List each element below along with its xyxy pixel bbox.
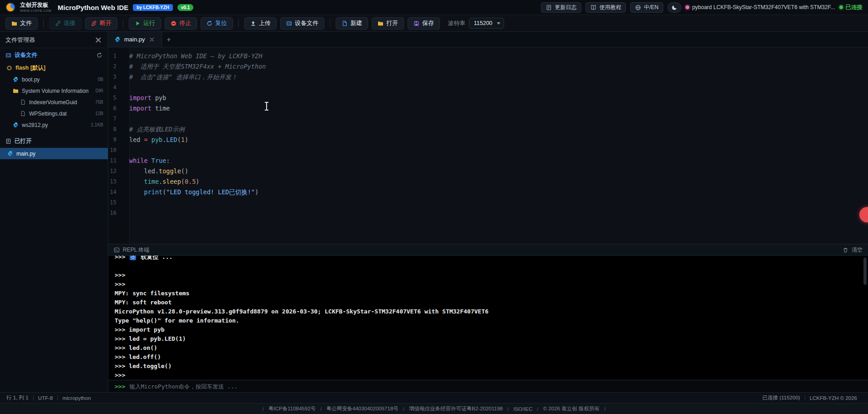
code-text: import pyb: [129, 93, 166, 103]
language-mode: micropython: [57, 395, 96, 401]
code-line[interactable]: 16: [108, 208, 868, 218]
changelog-button[interactable]: 更新日志: [541, 2, 581, 13]
footer-link[interactable]: © 2026 嘉立创 版权所有: [541, 405, 601, 412]
reset-label: 复位: [215, 19, 227, 27]
doc-icon: [5, 138, 11, 144]
python-file-icon: [7, 151, 13, 157]
theme-toggle-button[interactable]: [667, 2, 681, 13]
brand-logo: [5, 2, 15, 12]
toolbar-separator: [238, 19, 239, 27]
code-line[interactable]: 6import time: [108, 103, 868, 114]
baud-label: 波特率: [448, 20, 465, 27]
terminal-line: >>> import pyb: [115, 325, 862, 334]
run-button[interactable]: 运行: [129, 17, 161, 30]
encoding-indicator: UTF-8: [33, 395, 58, 401]
file-manager-title: 文件管理器: [5, 36, 35, 44]
code-line[interactable]: 1# MicroPython Web IDE — by LCKFB-YZH: [108, 51, 868, 61]
terminal-line: MPY: soft reboot: [115, 298, 862, 307]
terminal-line: [115, 262, 862, 271]
link-icon: [55, 20, 61, 26]
tree-item-ws2812-py[interactable]: ws2812.py1.1KB: [0, 119, 108, 131]
repl-input[interactable]: [129, 383, 862, 390]
disconnect-label: 断开: [100, 19, 111, 27]
baud-group: 波特率 115200: [448, 18, 504, 29]
connect-button[interactable]: 连接: [49, 17, 81, 30]
tree-item-wpsettings-dat[interactable]: WPSettings.dat12B: [0, 108, 108, 119]
baud-select[interactable]: 115200: [469, 18, 504, 29]
new-button[interactable]: 新建: [336, 17, 368, 30]
close-sidebar-icon[interactable]: [94, 36, 102, 44]
tab-main-py[interactable]: main.py: [108, 32, 162, 47]
unlink-icon: [91, 20, 97, 26]
code-line[interactable]: 3# 点击"连接" 选择串口，开始开发！: [108, 72, 868, 82]
language-button[interactable]: 中/EN: [630, 2, 663, 13]
copyright-text: LCKFB-YZH © 2026: [805, 395, 862, 401]
footer-link[interactable]: 粤公网安备44030402005718号: [324, 405, 400, 412]
reset-button[interactable]: 复位: [201, 17, 233, 30]
new-tab-button[interactable]: [162, 32, 176, 47]
code-line[interactable]: 8# 点亮板载LED示例: [108, 124, 868, 135]
toolbar-separator: [330, 19, 330, 27]
code-line[interactable]: 9led = pyb.LED(1): [108, 135, 868, 145]
tutorial-label: 使用教程: [599, 4, 621, 11]
book-icon: [590, 5, 596, 10]
code-line[interactable]: 12 led.toggle(): [108, 166, 868, 177]
repl-input-row: >>>: [108, 380, 868, 392]
code-line[interactable]: 2# 适用于 天空星STM32F4xx + MicroPython: [108, 61, 868, 72]
tree-item-system-volume-information[interactable]: System Volume InformationDIR: [0, 85, 108, 96]
line-number: 13: [108, 177, 123, 187]
upload-label: 上传: [259, 19, 271, 27]
file-size: 0B: [98, 77, 103, 82]
code-line[interactable]: 10: [108, 145, 868, 156]
code-line[interactable]: 5import pyb: [108, 93, 868, 103]
terminal-line: MPY: sync filesystems: [115, 289, 862, 298]
disconnect-button[interactable]: 断开: [85, 17, 117, 30]
code-line[interactable]: 11while True:: [108, 156, 868, 166]
footer-link[interactable]: 粤ICP备11084592号: [267, 405, 318, 412]
footer-link[interactable]: 增值电信业务经营许可证粤B2-20201198: [407, 405, 505, 412]
connected-dot-icon: [839, 5, 843, 9]
footer-link[interactable]: ISO/IEC: [511, 406, 534, 412]
upload-button[interactable]: 上传: [244, 17, 277, 30]
code-line[interactable]: 14 print("LED toggled! LED已切换!"): [108, 187, 868, 197]
terminal-output[interactable]: >>> 软复位 ... >>>>>>MPY: sync filesystemsM…: [108, 256, 868, 380]
file-button[interactable]: 文件: [5, 17, 38, 30]
open-button[interactable]: 打开: [372, 17, 404, 30]
terminal-line: MicroPython v1.28.0-preview.313.g0f9afd8…: [115, 307, 862, 316]
device-files-button[interactable]: 设备文件: [280, 17, 324, 30]
code-line[interactable]: 7: [108, 114, 868, 124]
terminal-scrollbar[interactable]: [863, 257, 867, 285]
file-icon: [20, 111, 26, 116]
footer: /粤ICP备11084592号/粤公网安备44030402005718号/增值电…: [0, 403, 868, 414]
trash-icon: [843, 247, 848, 253]
code-line[interactable]: 4: [108, 82, 868, 93]
tutorial-button[interactable]: 使用教程: [585, 2, 626, 13]
code-text: led = pyb.LED(1): [129, 135, 188, 145]
python-file-icon: [13, 76, 19, 82]
terminal-line: >>>: [115, 280, 862, 289]
folder-icon: [11, 20, 17, 26]
code-line[interactable]: 15: [108, 197, 868, 208]
flash-root[interactable]: flash [默认]: [0, 62, 108, 74]
code-text: while True:: [129, 156, 170, 166]
folder-icon: [378, 20, 384, 26]
clear-terminal-button[interactable]: 清空: [843, 246, 863, 254]
file-size: DIR: [96, 88, 103, 93]
changelog-label: 更新日志: [555, 4, 576, 11]
line-number: 16: [108, 208, 123, 218]
tree-item-indexervolumeguid[interactable]: IndexerVolumeGuid76B: [0, 96, 108, 108]
editor-column: main.py 1# MicroPython Web IDE — by LCKF…: [108, 32, 868, 392]
code-text: # 点亮板载LED示例: [129, 124, 185, 135]
file-name: IndexerVolumeGuid: [29, 99, 77, 106]
stop-button[interactable]: 停止: [165, 17, 197, 30]
line-number: 9: [108, 135, 123, 145]
device-files-section[interactable]: 设备文件: [0, 48, 108, 62]
tree-item-boot-py[interactable]: boot.py0B: [0, 74, 108, 85]
close-tab-icon[interactable]: [149, 36, 155, 43]
refresh-icon[interactable]: [96, 52, 102, 58]
save-button[interactable]: 保存: [408, 17, 440, 30]
code-line[interactable]: 13 time.sleep(0.5): [108, 177, 868, 187]
opened-file-main-py[interactable]: main.py: [0, 148, 108, 159]
line-number: 8: [108, 124, 123, 135]
code-editor[interactable]: 1# MicroPython Web IDE — by LCKFB-YZH2# …: [108, 47, 868, 244]
